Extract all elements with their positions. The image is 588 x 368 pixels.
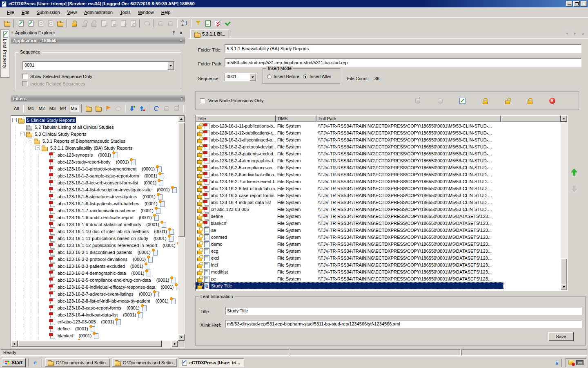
menu-window[interactable]: Window [134,9,158,16]
tab-scroll-right-icon[interactable] [572,31,577,36]
file-row[interactable]: abc-123-16-2-7-adverse-event-l...File Sy… [196,178,561,185]
tree-item[interactable]: abc-123-16-1-1-protocol-or-amendment(000… [11,165,178,172]
open-application-icon[interactable] [2,19,11,28]
file-row[interactable]: peFile System\\TJV-TR-RSS34\TRAINING\ECT… [196,275,561,282]
filter-module-m5[interactable]: M5 [69,105,78,112]
tree-item[interactable]: abc-123-study-report-body(0001) [11,158,178,165]
tree-item[interactable]: abc-123-16-1-3-iec-erb-consent-form-list… [11,179,178,186]
tree-item[interactable]: abc-123-16-1-6-list-patients-with-batche… [11,200,178,207]
tree-expander-icon[interactable] [20,132,24,136]
menu-submission[interactable]: Submission [33,9,64,16]
collapse-section-icon[interactable]: « [179,39,184,42]
sort-az-icon[interactable] [180,19,189,28]
pin-icon[interactable] [170,30,176,36]
file-row[interactable]: medihistFile System\\TJV-TR-RSS34\TRAINI… [196,268,561,275]
tree-item[interactable]: 5 Clinical Study Reports [11,117,178,123]
tree-item[interactable]: abc-123-16-3-case-report-forms(0001) [11,304,178,311]
lock-icon[interactable] [69,19,78,28]
scroll-down-icon[interactable] [178,334,185,341]
delete-leaf-icon[interactable] [548,97,556,104]
menu-edit[interactable]: Edit [18,9,33,16]
scroll-up-icon[interactable] [178,116,185,122]
service-status-icon[interactable] [568,360,574,365]
tree-item[interactable]: 5.3.1 Reports of Biopharmaceutic Studies [11,137,178,144]
tree-item[interactable]: abc-123-16-1-12-publications-referenced-… [11,242,178,249]
application-section-header[interactable]: Application - 186550 « [11,37,185,44]
file-row[interactable]: abc-123-16-3-case-report-formsFile Syste… [196,192,561,199]
tree-scroll-thumb[interactable] [178,123,185,237]
xlink-href-field[interactable] [225,320,582,328]
copy-folders-icon[interactable] [85,105,93,112]
tree-item[interactable]: abc-123-16-1-7-randomisation-scheme(0001… [11,207,178,214]
file-row[interactable]: abc-123-16-2-4-demographic-d...File Syst… [196,157,561,164]
tab-scroll-left-icon[interactable] [564,31,569,36]
filter-module-all[interactable]: All [12,105,20,112]
file-row[interactable]: defineFile System\\TJV-TR-RSS34\TRAINING… [196,213,561,220]
panel-splitter[interactable] [186,29,189,348]
validation-icon[interactable] [213,19,222,28]
report-icon[interactable] [203,19,212,28]
file-row[interactable]: abc-123-16-1-11-publications-b...File Sy… [196,122,561,129]
collapse-all-icon[interactable] [138,105,147,112]
export-folder-icon[interactable] [56,19,65,28]
tree-item[interactable]: abc-123-16-4-indi-pat-data-list(0001) [11,311,178,318]
tree-item[interactable]: abc-123-16-2-3-patients-excluded(0001) [11,263,178,269]
content-sequence-select[interactable]: 0001 [225,73,256,81]
edit-submission-doc-icon[interactable] [26,19,35,28]
move-up-button[interactable] [570,168,578,176]
filter-module-m1[interactable]: M1 [26,105,36,112]
column-full-path[interactable]: Full Path [316,115,501,122]
menu-tools[interactable]: Tools [116,9,134,16]
file-row[interactable]: abc-123-16-2-8-list-of-indi-lab-m...File… [196,185,561,192]
menu-view[interactable]: View [64,9,81,16]
folder-path-field[interactable] [225,58,581,67]
column-dms[interactable]: DMS [276,115,316,122]
close-button[interactable]: × [581,1,587,7]
tab-close-icon[interactable]: × [581,31,586,36]
flag-icon[interactable] [104,105,113,112]
edit-leaf-icon[interactable] [459,97,466,104]
tree-item[interactable]: abc-123-16-2-2-protocol-deviations(0001) [11,256,178,263]
tree-item[interactable]: abc-123-16-1-5-signatures-investigators(… [11,193,178,200]
menu-administration[interactable]: Administration [80,9,116,16]
sequence-select[interactable]: 0001 [22,61,174,70]
file-list-scrollbar[interactable] [561,115,567,290]
tree-vertical-scrollbar[interactable] [178,116,185,341]
filters-section-header[interactable]: Filters « [11,95,185,102]
file-row[interactable]: crf-abc-123-03-005File System\\TJV-TR-RS… [196,206,561,213]
tree-item[interactable]: abc-123-16-2-5-compliance-and-drug-con-d… [11,276,178,283]
scroll-up-icon[interactable] [561,115,567,122]
file-row[interactable]: abc-123-16-1-12-publications-r...File Sy… [196,129,561,136]
file-row[interactable]: aeFile System\\TJV-TR-RSS34\TRAINING\ECT… [196,227,561,233]
tree-item[interactable]: abc-123-16-1-2-sample-case-report-form(0… [11,172,178,179]
tree-item[interactable]: 5.2 Tabular Listing of all Clinical Stud… [11,123,178,130]
save-button[interactable]: Save [548,332,574,341]
combo-dropdown-icon[interactable] [167,62,174,70]
scroll-left-icon[interactable] [11,341,18,347]
file-list-scroll-thumb[interactable] [561,258,567,285]
file-row[interactable]: ecgFile System\\TJV-TR-RSS34\TRAINING\EC… [196,247,561,254]
leaf-title-field[interactable] [225,307,582,315]
tree-item[interactable]: abc-123-16-1-4-list-description-investig… [11,186,178,193]
tree-expander-icon[interactable] [36,146,40,150]
filter-module-m4[interactable]: M4 [58,105,68,112]
insert-after-radio[interactable]: Insert After [303,74,331,79]
tree-item[interactable]: abc-123-16-1-9-doc-of-statistical-method… [11,221,178,228]
tree-horizontal-scrollbar[interactable] [11,341,178,347]
internet-explorer-icon[interactable]: e [31,359,39,366]
file-row[interactable]: abc-123-16-2-3-patients-exclud...File Sy… [196,150,561,157]
tree-item[interactable]: abc-123-16-2-1-discontinued-patients(000… [11,249,178,256]
tree-item[interactable]: 5.3 Clinical Study Reports [11,130,178,137]
file-row[interactable]: abc-123-16-2-6-individual-effica...File … [196,171,561,178]
expand-all-icon[interactable] [128,105,137,112]
file-row[interactable]: abc-123-16-4-indi-pat-data-listFile Syst… [196,199,561,206]
new-submission-doc-icon[interactable] [16,19,25,28]
filter-icon[interactable] [194,19,203,28]
tree-item[interactable]: abc-123-16-1-11-publications-based-on-st… [11,235,178,242]
approve-icon[interactable] [223,19,232,28]
taskbar-item[interactable]: eCTDXPress [User: trt... [179,358,244,367]
filter-module-m2[interactable]: M2 [37,105,47,112]
start-button[interactable]: Start [2,358,26,367]
minimize-button[interactable] [566,1,572,7]
scroll-down-icon[interactable] [561,284,567,290]
